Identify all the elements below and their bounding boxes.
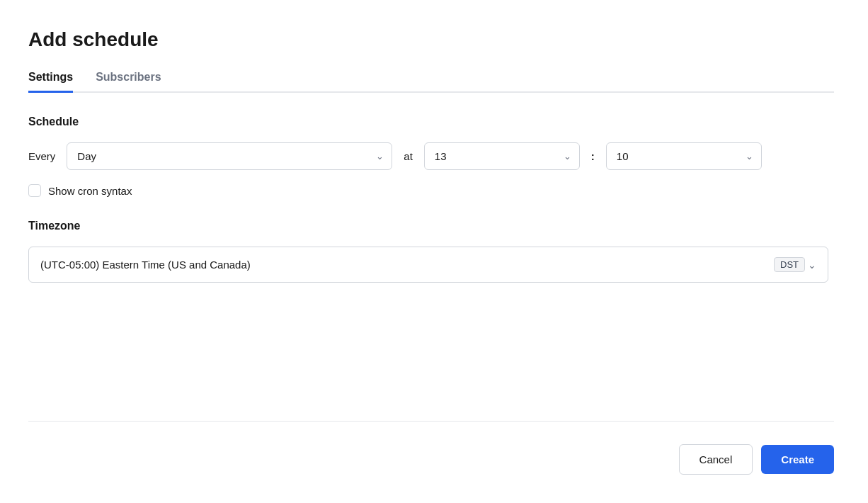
schedule-row: Every Day Hour Week Month ⌄ at 00010203 … (28, 142, 828, 170)
minute-select[interactable]: 00051015 20253035 40455055 (606, 142, 762, 170)
cron-row: Show cron syntax (28, 184, 828, 197)
footer-divider (28, 421, 834, 422)
timezone-left: (UTC-05:00) Eastern Time (US and Canada) (40, 259, 251, 271)
every-label: Every (28, 150, 55, 162)
tab-settings-content: Schedule Every Day Hour Week Month ⌄ at … (28, 93, 834, 404)
timezone-section: Timezone (UTC-05:00) Eastern Time (US an… (28, 220, 828, 283)
timezone-text: (UTC-05:00) Eastern Time (US and Canada) (40, 259, 251, 271)
colon-separator: : (591, 150, 595, 162)
timezone-right: DST ⌄ (774, 257, 816, 272)
add-schedule-dialog: Add schedule Settings Subscribers Schedu… (0, 0, 868, 503)
tab-subscribers[interactable]: Subscribers (96, 71, 161, 93)
dialog-title: Add schedule (28, 28, 834, 51)
cancel-button[interactable]: Cancel (679, 444, 753, 475)
timezone-section-label: Timezone (28, 220, 828, 232)
timezone-chevron-icon: ⌄ (808, 259, 816, 271)
tab-bar: Settings Subscribers (28, 71, 834, 93)
cron-syntax-label: Show cron syntax (48, 185, 132, 197)
at-label: at (404, 150, 413, 162)
schedule-section-label: Schedule (28, 115, 828, 128)
minute-select-wrapper: 00051015 20253035 40455055 ⌄ (606, 142, 762, 170)
frequency-select-wrapper: Day Hour Week Month ⌄ (67, 142, 392, 170)
tab-settings[interactable]: Settings (28, 71, 73, 93)
cron-syntax-checkbox[interactable] (28, 184, 41, 197)
timezone-dropdown[interactable]: (UTC-05:00) Eastern Time (US and Canada)… (28, 247, 828, 283)
hour-select[interactable]: 00010203 04050607 08091011 12131415 1617… (424, 142, 580, 170)
frequency-select[interactable]: Day Hour Week Month (67, 142, 392, 170)
footer: Cancel Create (28, 439, 834, 475)
dst-badge: DST (774, 257, 805, 272)
hour-select-wrapper: 00010203 04050607 08091011 12131415 1617… (424, 142, 580, 170)
create-button[interactable]: Create (761, 445, 834, 474)
